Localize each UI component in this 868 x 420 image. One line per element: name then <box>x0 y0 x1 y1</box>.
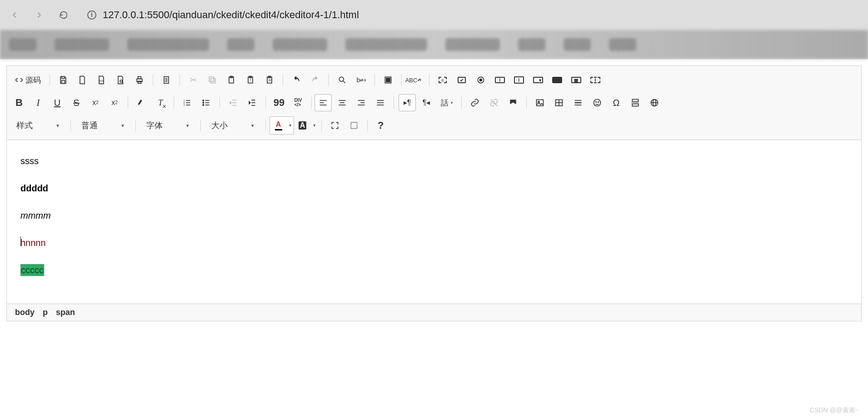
justifyblock-button[interactable] <box>372 94 389 111</box>
cut-button[interactable]: ✂ <box>185 71 202 89</box>
justifycenter-button[interactable] <box>334 94 351 111</box>
indent-button[interactable] <box>244 94 261 111</box>
font-combo[interactable]: 字体▼ <box>140 117 196 134</box>
strike-button[interactable]: S <box>68 94 85 111</box>
bookmark-item[interactable] <box>518 38 545 51</box>
preview-button[interactable] <box>112 71 129 89</box>
back-button[interactable] <box>9 10 20 20</box>
source-button[interactable]: 源码 <box>10 71 45 89</box>
imagebutton-button[interactable]: ▦ <box>568 71 585 89</box>
address-bar[interactable]: i 127.0.0.1:5500/qianduan/ckedit/ckedit4… <box>83 9 859 21</box>
undo-button[interactable] <box>288 71 305 89</box>
path-item[interactable]: p <box>43 308 48 317</box>
textarea-button[interactable]: I <box>510 71 528 89</box>
bookmark-item[interactable] <box>564 38 591 51</box>
justifyright-button[interactable] <box>353 94 370 111</box>
radio-button[interactable] <box>472 71 489 89</box>
replace-button[interactable]: b⇄a <box>353 71 370 89</box>
format-combo[interactable]: 普通▼ <box>75 117 131 134</box>
newpage-button[interactable] <box>74 71 91 89</box>
svg-text:T: T <box>249 79 251 82</box>
link-button[interactable] <box>466 94 484 111</box>
reload-button[interactable] <box>58 10 69 20</box>
templates-button[interactable] <box>158 71 175 89</box>
specialchar-button[interactable]: Ω <box>608 94 625 111</box>
subscript-button[interactable]: x2 <box>87 94 104 111</box>
smiley-button[interactable] <box>589 94 606 111</box>
bookmark-item[interactable] <box>127 38 209 51</box>
paste-text-button[interactable]: T <box>242 71 259 89</box>
select-button[interactable]: ▾ <box>529 71 547 89</box>
svg-rect-23 <box>386 78 390 82</box>
blockquote-button[interactable]: 99 <box>270 94 288 111</box>
redo-button[interactable] <box>307 71 324 89</box>
forward-button[interactable] <box>34 10 45 20</box>
underline-button[interactable]: U <box>49 94 66 111</box>
hiddenfield-button[interactable]: I <box>587 71 604 89</box>
copy-button[interactable] <box>204 71 221 89</box>
bookmark-item[interactable] <box>273 38 327 51</box>
bidirtl-button[interactable]: ¶◂ <box>418 94 435 111</box>
selectall-button[interactable] <box>379 71 397 89</box>
bgcolor-button[interactable]: A ▼ <box>294 117 318 134</box>
path-item[interactable]: span <box>56 308 75 317</box>
justifyleft-button[interactable] <box>314 94 332 111</box>
form-button[interactable]: ≡ <box>434 71 451 89</box>
unlink-button[interactable] <box>485 94 503 111</box>
about-button[interactable]: ? <box>372 117 389 134</box>
textfield-button[interactable]: I <box>491 71 509 89</box>
bookmark-item[interactable] <box>55 38 109 51</box>
button-button[interactable] <box>549 71 566 89</box>
pagebreak-button[interactable] <box>627 94 644 111</box>
editor-content-area[interactable]: ssss ddddd mmmm hnnnn ccccc <box>7 140 861 304</box>
bookmark-item[interactable] <box>445 38 500 51</box>
bookmark-item[interactable] <box>345 38 427 51</box>
browser-nav-bar: i 127.0.0.1:5500/qianduan/ckedit/ckedit4… <box>0 0 868 30</box>
creatediv-button[interactable]: DIV</> <box>289 94 307 111</box>
save-button[interactable] <box>55 71 72 89</box>
maximize-button[interactable] <box>326 117 344 134</box>
superscript-button[interactable]: x2 <box>106 94 123 111</box>
image-button[interactable] <box>531 94 549 111</box>
italic-button[interactable]: I <box>30 94 47 111</box>
content-line: mmmm <box>20 208 848 223</box>
showblocks-button[interactable] <box>345 117 363 134</box>
export-pdf-button[interactable]: PDF <box>93 71 110 89</box>
print-button[interactable] <box>131 71 148 89</box>
svg-rect-1 <box>62 80 65 84</box>
bold-button[interactable]: B <box>10 94 28 111</box>
paste-button[interactable] <box>223 71 240 89</box>
styles-combo[interactable]: 样式▼ <box>10 117 66 134</box>
checkbox-button[interactable]: ✔ <box>453 71 470 89</box>
bookmark-item[interactable] <box>227 38 254 51</box>
find-button[interactable] <box>334 71 351 89</box>
removeformat-button[interactable]: T✕ <box>152 94 169 111</box>
textcolor-button[interactable]: A ▼ <box>269 116 294 135</box>
anchor-button[interactable] <box>504 94 522 111</box>
bidiltr-button[interactable]: ▸¶ <box>399 94 416 111</box>
table-button[interactable] <box>550 94 568 111</box>
ckeditor-toolbar: 源码 PDF ✂ T W <box>7 66 861 140</box>
spellcheck-button[interactable]: ABC✔ ▼ <box>406 71 424 89</box>
content-line: ccccc <box>20 263 848 277</box>
size-combo[interactable]: 大小▼ <box>205 117 261 134</box>
bookmark-item[interactable] <box>609 38 636 51</box>
paste-word-button[interactable]: W <box>261 71 278 89</box>
bulletlist-button[interactable] <box>198 94 215 111</box>
bookmark-item[interactable] <box>9 38 36 51</box>
svg-point-37 <box>203 105 204 106</box>
horizontalrule-button[interactable] <box>569 94 587 111</box>
site-info-icon[interactable]: i <box>87 10 96 20</box>
outdent-button[interactable] <box>224 94 242 111</box>
svg-text:3: 3 <box>184 104 185 106</box>
copyformat-button[interactable] <box>133 94 150 111</box>
svg-point-36 <box>203 102 204 104</box>
path-item[interactable]: body <box>15 308 35 317</box>
svg-point-65 <box>594 100 600 106</box>
language-button[interactable]: 話▼ <box>437 94 457 111</box>
svg-rect-68 <box>632 100 638 102</box>
numberedlist-button[interactable]: 123 <box>179 94 196 111</box>
source-label: 源码 <box>25 75 41 85</box>
content-line: ddddd <box>20 181 848 195</box>
iframe-button[interactable] <box>646 94 663 111</box>
